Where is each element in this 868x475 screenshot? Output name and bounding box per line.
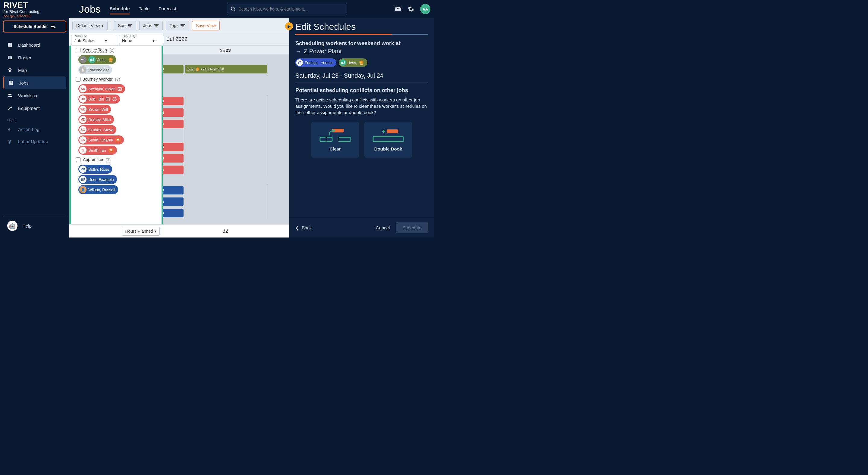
hours-planned-select[interactable]: Hours Planned ▾ (122, 227, 160, 236)
app-header: RIVET for Rivet Contracting dev-app | c3… (0, 0, 434, 18)
mail-icon[interactable] (395, 6, 401, 12)
nav-action-log[interactable]: Action Log (3, 123, 66, 135)
worker-chip-bob[interactable]: BBBob , Bill (79, 95, 120, 104)
schedule-bar[interactable]: t Shift (163, 166, 184, 174)
jobs-filter-button[interactable]: Jobs (139, 21, 163, 30)
tab-schedule[interactable]: Schedule (110, 4, 130, 14)
group-checkbox[interactable] (76, 48, 81, 53)
double-book-option[interactable]: Double Book (364, 122, 412, 158)
svg-point-16 (9, 69, 10, 70)
schedule-bar[interactable]: t Shift (163, 154, 184, 163)
tab-table[interactable]: Table (139, 4, 150, 14)
search-input[interactable] (239, 7, 343, 11)
nav-equipment[interactable]: Equipment (3, 102, 66, 114)
schedule-bar[interactable]: t Shift (163, 65, 184, 73)
conflict-text: There are active scheduling conflicts wi… (296, 97, 428, 115)
cancel-button[interactable]: Cancel (376, 225, 390, 230)
worker-chip-user[interactable]: EUUser, Example (79, 175, 117, 184)
worker-chip-jess[interactable]: ◈JJess,🍔 (79, 55, 116, 64)
schedule-builder-label: Schedule Builder (13, 24, 48, 29)
svg-rect-20 (11, 81, 12, 82)
nav-jobs[interactable]: Jobs (3, 76, 66, 89)
svg-rect-49 (338, 137, 339, 141)
schedule-bar[interactable]: t Shift (163, 198, 184, 206)
group-service-tech[interactable]: Service Tech(2) (73, 46, 161, 55)
calendar-x-icon (105, 97, 110, 101)
group-journey-worker[interactable]: Journey Worker(7) (73, 75, 161, 84)
worker-initials: EU (79, 176, 87, 183)
worker-chip-bollin[interactable]: RBBollin, Ross (79, 165, 112, 174)
worker-chip-accavitti[interactable]: AAAccavitti, Alison (79, 84, 125, 93)
tab-forecast[interactable]: Forecast (158, 4, 176, 14)
schedule-bar[interactable]: Jess, 🍔 • 2/8s First Shift (185, 65, 267, 73)
svg-rect-53 (373, 137, 403, 141)
svg-rect-13 (8, 57, 9, 60)
group-checkbox[interactable] (76, 77, 81, 81)
svg-rect-47 (326, 137, 327, 141)
worker-name: Dorsey, Mike (88, 117, 111, 122)
worker-chip-wilson[interactable]: 👤Wilson, Russell (79, 185, 118, 194)
nav-roster[interactable]: Roster (3, 51, 66, 64)
collapse-panel-button[interactable]: ▶ (285, 22, 293, 30)
filter-icon (154, 24, 159, 27)
panel-subtitle: Scheduling workers for weekend work at (296, 40, 428, 47)
clear-icon (317, 128, 353, 143)
default-view-dropdown[interactable]: Default View▾ (72, 21, 107, 30)
nav-dashboard[interactable]: Dashboard (3, 38, 66, 51)
save-view-button[interactable]: Save View (192, 21, 220, 30)
svg-point-25 (10, 94, 12, 95)
schedule-bar[interactable]: t Shift (163, 209, 184, 217)
job-link[interactable]: →Z Power Plant (296, 48, 428, 55)
schedule-builder-button[interactable]: Schedule Builder (3, 21, 66, 33)
nav-roster-label: Roster (18, 55, 31, 60)
worker-chip-brown[interactable]: WBBrown, Will (79, 105, 111, 114)
svg-rect-15 (11, 57, 12, 60)
double-book-label: Double Book (374, 146, 402, 151)
job-name: Z Power Plant (304, 48, 342, 55)
back-button[interactable]: ❮Back (296, 225, 312, 231)
schedule-bar[interactable]: t Shift (163, 108, 184, 117)
group-apprentice[interactable]: Apprentice(3) (73, 155, 161, 164)
user-avatar[interactable]: AA (420, 4, 430, 14)
bolt-icon (7, 127, 13, 132)
schedule-bar[interactable]: t Shift (163, 186, 184, 195)
worker-name: Fudalla , Yonnie (305, 61, 333, 65)
tags-filter-button[interactable]: Tags (166, 21, 189, 30)
people-icon (7, 93, 13, 98)
schedule-bar[interactable]: t Shift (163, 143, 184, 151)
nav-map[interactable]: Map (3, 64, 66, 76)
clear-option[interactable]: Clear (311, 122, 359, 158)
worker-chip-smith-ian[interactable]: ISSmith, Ian⚑ (79, 146, 117, 155)
tags-filter-label: Tags (170, 23, 179, 28)
schedule-bar[interactable]: t Shift (163, 120, 184, 128)
sort-button[interactable]: Sort (114, 21, 136, 30)
group-checkbox[interactable] (76, 158, 81, 162)
edit-schedules-panel: ▶ Edit Schedules Scheduling workers for … (289, 18, 434, 238)
selected-worker-fudalla[interactable]: YFFudalla , Yonnie (296, 58, 336, 67)
worker-chip-placeholder[interactable]: Placeholder (79, 65, 112, 74)
worker-initials: ◈J (88, 56, 96, 63)
worker-name: Jess, (97, 58, 106, 62)
worker-initials: SG (79, 126, 87, 133)
signal-icon (7, 139, 13, 144)
worker-chip-smith-charlie[interactable]: CSSmith, Charlie⚑ (79, 135, 124, 144)
building-icon (8, 80, 14, 86)
schedule-button-disabled: Schedule (396, 222, 428, 233)
nav-help[interactable]: 🤖 Help (3, 216, 66, 235)
selected-worker-jess[interactable]: ◈JJess,🍔 (339, 58, 367, 67)
panel-title: Edit Schedules (296, 22, 428, 32)
group-count: (2) (110, 48, 115, 53)
svg-rect-11 (10, 45, 11, 46)
chevron-left-icon: ❮ (296, 225, 299, 231)
search-box[interactable] (227, 3, 347, 15)
nav-workforce[interactable]: Workforce (3, 89, 66, 102)
worker-list: Service Tech(2) ◈JJess,🍔 Placeholder Jou… (69, 46, 163, 224)
gear-icon[interactable] (407, 6, 414, 12)
blocked-icon (112, 97, 117, 101)
schedule-bar[interactable]: t Shift (163, 97, 184, 105)
jobs-filter-label: Jobs (143, 23, 152, 28)
nav-labor-updates[interactable]: Labor Updates (3, 135, 66, 148)
worker-chip-grubbs[interactable]: SGGrubbs, Steve (79, 125, 116, 134)
worker-chip-dorsey[interactable]: MDDorsey, Mike (79, 115, 114, 124)
double-book-icon (370, 128, 406, 143)
